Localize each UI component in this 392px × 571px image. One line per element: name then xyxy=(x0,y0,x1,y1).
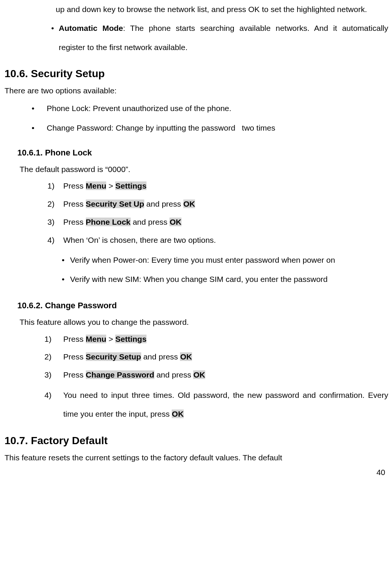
text: and press xyxy=(131,218,170,226)
step-number: 1) xyxy=(47,179,63,193)
heading-change-password: 10.6.2. Change Password xyxy=(17,299,388,312)
step-1: 1) Press Menu > Settings xyxy=(47,179,388,193)
text: > xyxy=(106,181,115,190)
heading-factory-default: 10.7. Factory Default xyxy=(5,433,388,449)
step-number: 2) xyxy=(44,350,63,364)
change-password-key: Change Password xyxy=(86,370,154,379)
automatic-mode-label: Automatic Mode xyxy=(59,24,123,32)
sub-option-text: Verify when Power-on: Every time you mus… xyxy=(70,251,388,270)
text: Press xyxy=(63,335,86,343)
option-change-password: • Change Password: Change by inputting t… xyxy=(32,120,388,136)
step-number: 3) xyxy=(47,215,63,229)
sub-option-verify-sim: • Verify with new SIM: When you change S… xyxy=(62,270,388,289)
bullet-dot-icon: • xyxy=(32,120,47,136)
option-phone-lock: • Phone Lock: Prevent unauthorized use o… xyxy=(32,100,388,116)
text: Press xyxy=(63,352,86,361)
change-password-intro: This feature allows you to change the pa… xyxy=(20,316,388,328)
step-number: 4) xyxy=(44,386,63,424)
heading-security-setup: 10.6. Security Setup xyxy=(5,66,388,82)
security-setup-key: Security Set Up xyxy=(86,199,144,208)
step-body: Press Phone Lock and press OK xyxy=(63,215,388,229)
text: Press xyxy=(63,218,86,226)
phone-lock-intro: The default password is “0000”. xyxy=(20,163,388,175)
ok-key: OK xyxy=(180,352,192,361)
step-body: Press Menu > Settings xyxy=(63,179,388,193)
settings-key: Settings xyxy=(115,181,146,190)
phone-lock-steps: 1) Press Menu > Settings 2) Press Securi… xyxy=(47,179,388,247)
text: Press xyxy=(63,370,86,379)
para-continuation: up and down key to browse the network li… xyxy=(56,0,388,19)
bullet-text: Automatic Mode: The phone starts searchi… xyxy=(59,19,388,57)
document-page: up and down key to browse the network li… xyxy=(0,0,392,478)
step-2: 2) Press Security Set Up and press OK xyxy=(47,197,388,211)
bullet-dot-icon: • xyxy=(62,270,70,289)
option-text: Change Password: Change by inputting the… xyxy=(47,120,275,136)
step-body: You need to input three times. Old passw… xyxy=(63,386,388,424)
step-body: Press Security Setup and press OK xyxy=(63,350,388,364)
step-body: Press Change Password and press OK xyxy=(63,368,388,382)
step-body: Press Security Set Up and press OK xyxy=(63,197,388,211)
bullet-dot-icon: • xyxy=(51,19,59,57)
step-number: 2) xyxy=(47,197,63,211)
menu-key: Menu xyxy=(86,181,107,190)
bullet-dot-icon: • xyxy=(32,100,47,116)
step-4: 4) When ‘On’ is chosen, there are two op… xyxy=(47,233,388,247)
text: Press xyxy=(63,181,86,190)
text: and press xyxy=(154,370,194,379)
text: You need to input three times. Old passw… xyxy=(63,391,388,418)
ok-key: OK xyxy=(169,218,182,226)
sub-option-text: Verify with new SIM: When you change SIM… xyxy=(70,270,388,289)
ok-key: OK xyxy=(193,370,205,379)
security-setup-key: Security Setup xyxy=(86,352,141,361)
bullet-dot-icon: • xyxy=(62,251,70,270)
text: and press xyxy=(144,199,183,208)
heading-phone-lock: 10.6.1. Phone Lock xyxy=(17,146,388,159)
change-password-steps: 1) Press Menu > Settings 2) Press Securi… xyxy=(44,332,388,424)
text: and press xyxy=(141,352,180,361)
factory-default-intro: This feature resets the current settings… xyxy=(5,452,388,464)
ok-key: OK xyxy=(172,410,184,418)
step-3: 3) Press Change Password and press OK xyxy=(44,368,388,382)
option-text: Phone Lock: Prevent unauthorized use of … xyxy=(47,100,231,116)
bullet-automatic-mode: • Automatic Mode: The phone starts searc… xyxy=(51,19,388,57)
step-number: 3) xyxy=(44,368,63,382)
sub-option-verify-poweron: • Verify when Power-on: Every time you m… xyxy=(62,251,388,270)
text: Press xyxy=(63,199,86,208)
menu-key: Menu xyxy=(86,335,107,343)
settings-key: Settings xyxy=(115,335,146,343)
phone-lock-key: Phone Lock xyxy=(86,218,131,226)
step-number: 4) xyxy=(47,233,63,247)
step-1: 1) Press Menu > Settings xyxy=(44,332,388,346)
ok-key: OK xyxy=(183,199,195,208)
text: > xyxy=(106,335,115,343)
step-body: Press Menu > Settings xyxy=(63,332,388,346)
security-intro: There are two options available: xyxy=(5,85,388,97)
page-number: 40 xyxy=(3,466,388,478)
step-number: 1) xyxy=(44,332,63,346)
step-2: 2) Press Security Setup and press OK xyxy=(44,350,388,364)
step-4: 4) You need to input three times. Old pa… xyxy=(44,386,388,424)
step-3: 3) Press Phone Lock and press OK xyxy=(47,215,388,229)
step-body: When ‘On’ is chosen, there are two optio… xyxy=(63,233,388,247)
